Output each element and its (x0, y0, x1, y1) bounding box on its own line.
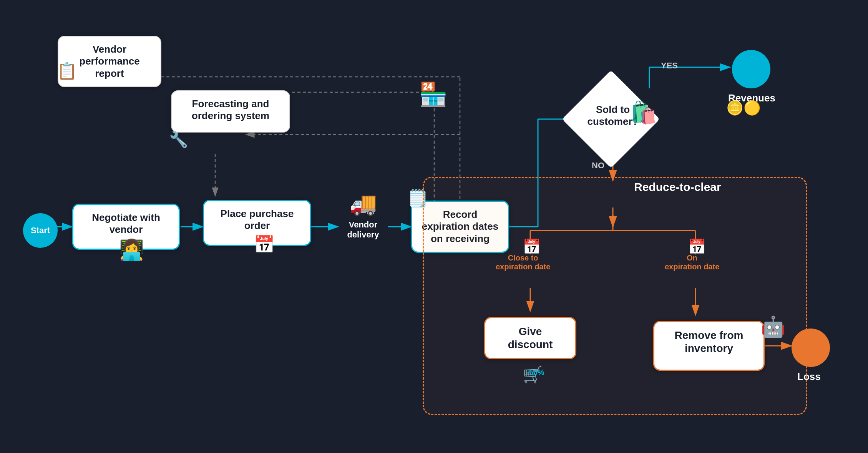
vendor-delivery-node: 🚚 Vendordelivery (336, 177, 390, 254)
robot-icon: 🤖 (761, 315, 786, 339)
purchase-order-label: Place purchaseorder (221, 208, 294, 231)
start-label: Start (31, 226, 50, 236)
wolt-icon: 🛍️ (630, 100, 657, 125)
vendor-report-label: Vendorperformancereport (79, 43, 140, 79)
loss-node (792, 329, 830, 367)
start-node: Start (23, 213, 58, 248)
diagram-container: Start Negotiate withvendor 👩‍💻 Place pur… (0, 0, 868, 453)
discount-pct: -50% (526, 368, 544, 377)
forecasting-label: Forecasting andordering system (192, 98, 269, 121)
coin-icons: 🪙🟡 (726, 100, 761, 116)
give-discount-node: Givediscount (484, 311, 576, 365)
forecasting-icon: 🔧 (169, 131, 188, 149)
reduce-to-clear-box (423, 177, 807, 415)
revenues-node (732, 50, 770, 88)
vendor-delivery-label: Vendordelivery (347, 220, 379, 240)
negotiate-label: Negotiate withvendor (92, 212, 160, 235)
no-label: NO (592, 161, 604, 171)
market-icon: 🏪 (419, 81, 448, 108)
forecasting-node: Forecasting andordering system (171, 85, 290, 138)
yes-label: YES (661, 61, 678, 71)
close-expiration-icon: 📅 (523, 238, 541, 255)
remove-inventory-label: Remove frominventory (675, 329, 744, 354)
loss-label: Loss (797, 371, 821, 383)
reduce-to-clear-label: Reduce-to-clear (634, 181, 721, 194)
close-to-expiration-label: Close toexpiration date (496, 254, 550, 271)
negotiate-icon: 👩‍💻 (119, 238, 144, 262)
on-expiration-icon: 📅 (688, 238, 706, 255)
remove-inventory-node: Remove frominventory (653, 315, 765, 377)
vendor-report-icon: 📋 (57, 61, 77, 80)
give-discount-label: Givediscount (508, 325, 553, 350)
on-expiration-label: Onexpiration date (665, 254, 719, 271)
purchase-order-icon: 📅 (254, 234, 275, 254)
